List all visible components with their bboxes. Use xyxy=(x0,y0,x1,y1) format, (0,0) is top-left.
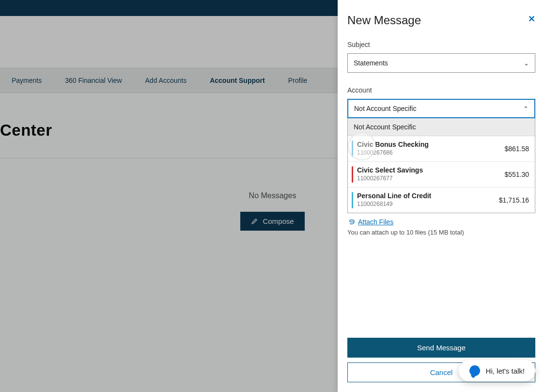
chat-text: Hi, let's talk! xyxy=(486,367,525,375)
attach-files-label: Attach Files xyxy=(358,218,393,226)
new-message-panel: New Message ✕ Subject Statements ⌄ Accou… xyxy=(338,0,545,392)
account-number: 11000268149 xyxy=(357,201,431,207)
account-label: Account xyxy=(347,86,535,94)
chat-icon xyxy=(469,365,480,376)
account-name: Civic Select Savings xyxy=(357,166,423,174)
account-number: 11000267677 xyxy=(357,175,423,182)
send-message-button[interactable]: Send Message xyxy=(347,338,535,358)
subject-value: Statements xyxy=(354,59,388,67)
account-option[interactable]: Civic Select Savings11000267677$551.30 xyxy=(348,162,535,188)
account-value: Not Account Specific xyxy=(354,105,416,112)
subject-select[interactable]: Statements ⌄ xyxy=(347,53,535,73)
account-option[interactable]: Personal Line of Credit11000268149$1,715… xyxy=(348,188,535,213)
subject-label: Subject xyxy=(347,41,535,48)
account-dropdown: Not Account Specific Civic Bonus Checkin… xyxy=(347,118,535,213)
account-name: Personal Line of Credit xyxy=(357,192,431,200)
chevron-up-icon: ⌃ xyxy=(523,105,529,112)
chat-widget[interactable]: Hi, let's talk! xyxy=(459,360,535,381)
panel-title: New Message xyxy=(347,14,421,27)
account-balance: $1,715.16 xyxy=(499,196,529,204)
attach-files-link[interactable]: Attach Files xyxy=(347,218,393,226)
paperclip-icon xyxy=(347,219,355,225)
account-balance: $861.58 xyxy=(504,145,529,153)
account-number: 11000267686 xyxy=(357,149,429,156)
dropdown-option-none[interactable]: Not Account Specific xyxy=(348,118,535,136)
close-icon[interactable]: ✕ xyxy=(528,14,535,24)
account-name: Civic Bonus Checking xyxy=(357,141,429,148)
chevron-down-icon: ⌄ xyxy=(524,60,529,67)
account-option[interactable]: Civic Bonus Checking11000267686$861.58 xyxy=(348,136,535,162)
attach-hint: You can attach up to 10 files (15 MB tot… xyxy=(347,229,535,236)
account-balance: $551.30 xyxy=(504,171,529,178)
account-select[interactable]: Not Account Specific ⌃ xyxy=(347,99,535,118)
